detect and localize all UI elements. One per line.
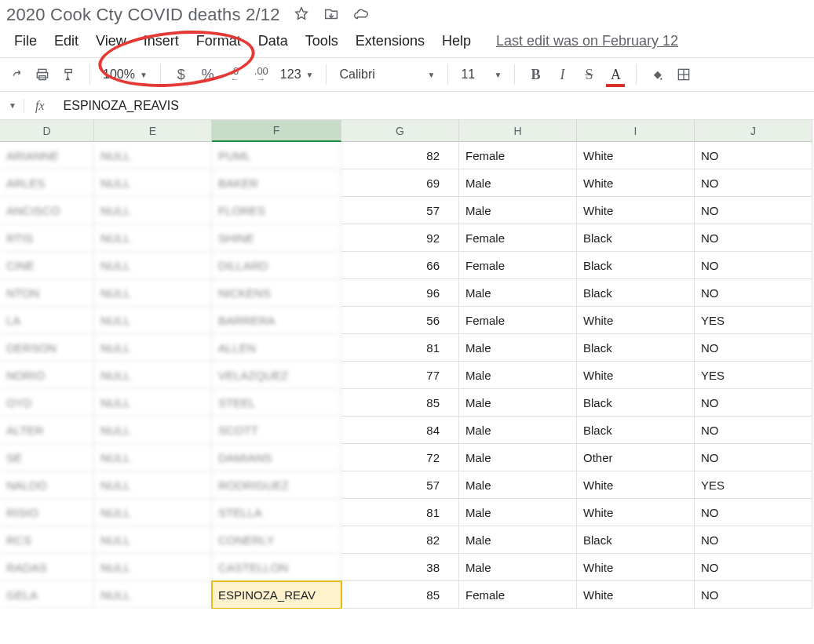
cell[interactable]: NULL bbox=[94, 197, 212, 224]
cell[interactable]: Black bbox=[577, 252, 695, 279]
cell[interactable]: NULL bbox=[94, 224, 212, 252]
font-select[interactable]: Calibri▼ bbox=[336, 67, 438, 82]
cell[interactable]: RISIO bbox=[0, 499, 94, 526]
cell[interactable]: RTIS bbox=[0, 224, 94, 252]
cell[interactable]: DAMIANS bbox=[212, 444, 341, 471]
cell[interactable]: 81 bbox=[341, 334, 459, 362]
cell[interactable]: BARRERA bbox=[212, 307, 341, 334]
cell[interactable]: Black bbox=[577, 389, 695, 417]
cell[interactable]: Male bbox=[459, 554, 577, 581]
cell[interactable]: OYD bbox=[0, 389, 94, 417]
cell[interactable]: NULL bbox=[94, 499, 212, 526]
column-header-F[interactable]: F bbox=[212, 120, 341, 142]
cell[interactable]: 85 bbox=[341, 581, 459, 609]
cell[interactable]: NULL bbox=[94, 554, 212, 581]
cell[interactable]: RADAS bbox=[0, 554, 94, 581]
cell[interactable]: ANCISCO bbox=[0, 197, 94, 224]
cell[interactable]: Male bbox=[459, 417, 577, 444]
cell[interactable]: NO bbox=[695, 554, 812, 581]
cell[interactable]: Male bbox=[459, 169, 577, 197]
cell[interactable]: 56 bbox=[341, 307, 459, 334]
increase-decimal-button[interactable]: .00→ bbox=[250, 64, 272, 86]
cell[interactable]: ALLEN bbox=[212, 334, 341, 362]
cell[interactable]: White bbox=[577, 169, 695, 197]
cell[interactable]: NULL bbox=[94, 417, 212, 444]
cell[interactable]: 66 bbox=[341, 252, 459, 279]
cell[interactable]: NULL bbox=[94, 362, 212, 389]
cell[interactable]: CASTELLON bbox=[212, 554, 341, 581]
column-header-G[interactable]: G bbox=[341, 120, 459, 142]
cell[interactable]: NULL bbox=[94, 389, 212, 417]
cell[interactable]: NO bbox=[695, 279, 812, 307]
cell[interactable]: DERSON bbox=[0, 334, 94, 362]
cell[interactable]: NO bbox=[695, 417, 812, 444]
menu-view[interactable]: View bbox=[88, 30, 134, 53]
cell[interactable]: DILLARD bbox=[212, 252, 341, 279]
menu-format[interactable]: Format bbox=[188, 30, 249, 53]
decrease-decimal-button[interactable]: .0← bbox=[224, 64, 246, 86]
menu-extensions[interactable]: Extensions bbox=[348, 30, 433, 53]
menu-edit[interactable]: Edit bbox=[46, 30, 86, 53]
number-format-select[interactable]: 123▼ bbox=[277, 67, 317, 82]
cell[interactable]: NULL bbox=[94, 142, 212, 169]
cell[interactable]: White bbox=[577, 362, 695, 389]
cell[interactable]: Female bbox=[459, 142, 577, 169]
cell[interactable]: Female bbox=[459, 252, 577, 279]
text-color-button[interactable]: A bbox=[604, 64, 626, 86]
last-edit-link[interactable]: Last edit was on February 12 bbox=[496, 33, 678, 49]
cell[interactable]: Other bbox=[577, 444, 695, 471]
document-title[interactable]: 2020 Cook Cty COVID deaths 2/12 bbox=[6, 5, 280, 25]
cell[interactable]: YES bbox=[695, 362, 812, 389]
cell[interactable]: NO bbox=[695, 499, 812, 526]
cell[interactable]: 85 bbox=[341, 389, 459, 417]
italic-button[interactable]: I bbox=[551, 64, 573, 86]
cell[interactable]: Male bbox=[459, 279, 577, 307]
cell[interactable]: 69 bbox=[341, 169, 459, 197]
cell[interactable]: CINE bbox=[0, 252, 94, 279]
cell[interactable]: YES bbox=[695, 307, 812, 334]
cell[interactable]: White bbox=[577, 197, 695, 224]
cell[interactable]: PUML bbox=[212, 142, 341, 169]
cell[interactable]: ALTER bbox=[0, 417, 94, 444]
column-header-J[interactable]: J bbox=[695, 120, 812, 142]
cell[interactable]: 57 bbox=[341, 471, 459, 499]
cell[interactable]: NO bbox=[695, 224, 812, 252]
cell[interactable]: NO bbox=[695, 334, 812, 362]
percent-button[interactable]: % bbox=[197, 64, 219, 86]
cell[interactable]: White bbox=[577, 499, 695, 526]
cell[interactable]: ARIANNE bbox=[0, 142, 94, 169]
cell[interactable]: NO bbox=[695, 444, 812, 471]
cell[interactable]: Black bbox=[577, 279, 695, 307]
paint-format-icon[interactable] bbox=[58, 64, 80, 86]
cell[interactable]: RODRIGUEZ bbox=[212, 471, 341, 499]
cell[interactable]: SHINE bbox=[212, 224, 341, 252]
cell[interactable]: NO bbox=[695, 197, 812, 224]
cell[interactable]: 38 bbox=[341, 554, 459, 581]
bold-button[interactable]: B bbox=[524, 64, 546, 86]
cell[interactable]: Male bbox=[459, 362, 577, 389]
cell[interactable]: NTON bbox=[0, 279, 94, 307]
menu-file[interactable]: File bbox=[6, 30, 45, 53]
cell[interactable]: VELAZQUEZ bbox=[212, 362, 341, 389]
cell[interactable]: 57 bbox=[341, 197, 459, 224]
cell[interactable]: Black bbox=[577, 334, 695, 362]
cell[interactable]: Male bbox=[459, 334, 577, 362]
column-header-I[interactable]: I bbox=[577, 120, 695, 142]
cell[interactable]: 92 bbox=[341, 224, 459, 252]
move-icon[interactable] bbox=[323, 5, 340, 25]
cell[interactable]: White bbox=[577, 307, 695, 334]
cell[interactable]: BAKER bbox=[212, 169, 341, 197]
cell[interactable]: Female bbox=[459, 224, 577, 252]
cell[interactable]: Female bbox=[459, 581, 577, 609]
cell[interactable]: Female bbox=[459, 307, 577, 334]
cell[interactable]: 72 bbox=[341, 444, 459, 471]
cell[interactable]: Male bbox=[459, 197, 577, 224]
cell[interactable]: Male bbox=[459, 526, 577, 554]
cell[interactable]: FLORES bbox=[212, 197, 341, 224]
cell[interactable]: NALDO bbox=[0, 471, 94, 499]
cell[interactable]: 82 bbox=[341, 142, 459, 169]
formula-input[interactable]: ESPINOZA_REAVIS bbox=[56, 99, 179, 113]
borders-button[interactable] bbox=[673, 64, 695, 86]
cell[interactable]: 96 bbox=[341, 279, 459, 307]
cell[interactable]: NULL bbox=[94, 252, 212, 279]
